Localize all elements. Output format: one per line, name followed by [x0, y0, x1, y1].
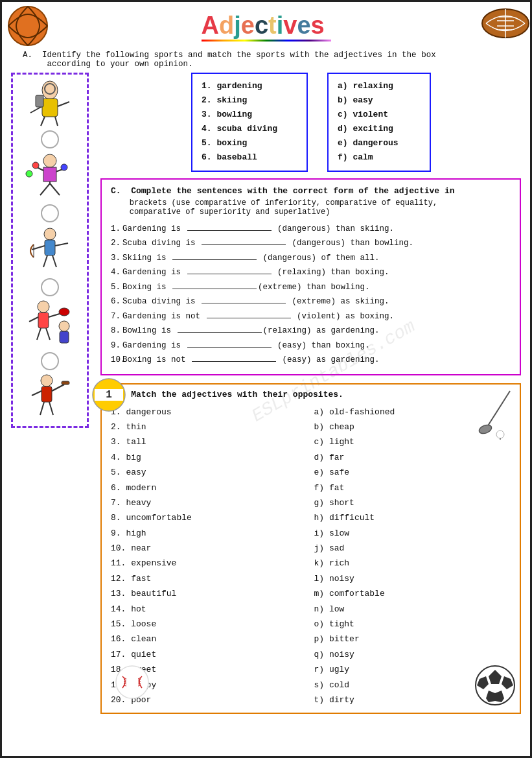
- sentence-7: Gardening is not (violent) as boxing.: [111, 309, 511, 324]
- sentence-4: Gardening is (relaxing) than boxing.: [111, 265, 511, 280]
- match-right-g: g) short: [314, 495, 511, 510]
- blank-4[interactable]: [187, 274, 272, 274]
- soccer-ball-icon: [474, 665, 516, 709]
- sport-figure-2: [17, 151, 82, 202]
- sport-item-1: 1. gardening: [202, 79, 297, 93]
- svg-text:1: 1: [106, 389, 112, 401]
- svg-point-41: [41, 375, 52, 386]
- sentence-3: Skiing is (dangerous) of them all.: [111, 251, 511, 266]
- match-left-15: 15. loose: [111, 617, 308, 632]
- svg-point-21: [32, 162, 39, 169]
- section-c-heading: C. Complete the sentences with the corre…: [111, 186, 511, 196]
- sentence-list: Gardening is (dangerous) than skiing. Sc…: [111, 222, 511, 368]
- svg-line-38: [46, 328, 50, 340]
- match-left-9: 9. high: [111, 526, 308, 541]
- svg-line-47: [49, 402, 53, 415]
- sport-item-3: 3. bowling: [202, 108, 297, 122]
- match-right-o: o) tight: [314, 617, 511, 632]
- sentence-2: Scuba diving is (dangerous) than bowling…: [111, 236, 511, 251]
- svg-rect-44: [62, 381, 69, 385]
- svg-line-51: [487, 391, 510, 427]
- title-row: Adjectives: [11, 8, 521, 47]
- match-left-6: 6. modern: [111, 480, 308, 495]
- match-left-14: 14. hot: [111, 602, 308, 617]
- blank-7[interactable]: [207, 318, 291, 318]
- match-left-3: 3. tall: [111, 434, 308, 449]
- match-left-4: 4. big: [111, 450, 308, 465]
- match-left-8: 8. uncomfortable: [111, 510, 308, 525]
- match-right-e: e) safe: [314, 465, 511, 480]
- svg-line-11: [41, 117, 45, 126]
- svg-point-32: [38, 301, 49, 313]
- sentence-9: Gardening is (easy) than boxing.: [111, 338, 511, 353]
- match-left-5: 5. easy: [111, 465, 308, 480]
- svg-point-23: [26, 171, 32, 177]
- adj-item-a: a) relaxing: [338, 79, 421, 93]
- svg-line-45: [32, 391, 41, 396]
- match-left-11: 11. expensive: [111, 556, 308, 571]
- svg-line-10: [58, 102, 69, 106]
- blank-1[interactable]: [187, 230, 272, 231]
- adj-item-d: d) exciting: [338, 122, 421, 136]
- section-match-box: 1 C. Mat: [100, 383, 521, 715]
- match-heading: C. Match the adjectives with their oppos…: [111, 390, 511, 399]
- svg-point-56: [116, 666, 148, 698]
- svg-point-53: [496, 431, 504, 438]
- circle-4: [41, 352, 59, 370]
- section-a-instruction: A. Identify the following sports and mat…: [11, 51, 521, 69]
- svg-line-46: [40, 402, 44, 415]
- section-a-label: A.: [23, 51, 32, 60]
- page: Adjectives A. Identify the following spo…: [2, 2, 530, 720]
- svg-rect-8: [42, 99, 58, 117]
- svg-line-19: [40, 184, 50, 195]
- blank-3[interactable]: [172, 259, 257, 260]
- circle-2: [41, 204, 59, 222]
- blank-6[interactable]: [202, 303, 286, 303]
- svg-point-25: [44, 228, 56, 240]
- sport-item-4: 4. scuba diving: [202, 122, 297, 136]
- svg-rect-24: [43, 167, 56, 182]
- sentence-8: Bowling is (relaxing) as gardening.: [111, 324, 511, 338]
- sentence-1: Gardening is (dangerous) than skiing.: [111, 222, 511, 237]
- match-left-12: 12. fast: [111, 571, 308, 586]
- main-content: 1. gardening 2. skiing 3. bowling 4. scu…: [100, 73, 521, 714]
- match-columns: 1. dangerous 2. thin 3. tall 4. big 5. e…: [111, 405, 511, 708]
- content-area: 1. gardening 2. skiing 3. bowling 4. scu…: [11, 73, 521, 714]
- match-right-f: f) fat: [314, 480, 511, 495]
- sentence-10: Boxing is not (easy) as gardening.: [111, 353, 511, 368]
- sport-figure-1: [17, 77, 82, 128]
- golf-club-icon: [478, 388, 516, 442]
- svg-rect-14: [36, 95, 43, 107]
- sport-figure-3: [17, 225, 82, 276]
- blank-10[interactable]: [192, 361, 276, 362]
- section-c-subheading: brackets (use comparative of inferiority…: [111, 198, 511, 217]
- sentence-6: Scuba diving is (extreme) as skiing.: [111, 294, 511, 309]
- match-left-7: 7. heavy: [111, 495, 308, 510]
- adj-item-e: e) dangerous: [338, 136, 421, 150]
- match-right-m: m) comfortable: [314, 586, 511, 601]
- match-left-1: 1. dangerous: [111, 405, 308, 420]
- svg-point-39: [59, 321, 69, 331]
- adjectives-boxes-row: 1. gardening 2. skiing 3. bowling 4. scu…: [191, 73, 521, 172]
- svg-line-12: [55, 117, 58, 126]
- match-left-2: 2. thin: [111, 420, 308, 434]
- match-right-column: a) old-fashioned b) cheap c) light d) fa…: [314, 405, 511, 708]
- match-right-q: q) noisy: [314, 647, 511, 662]
- svg-rect-42: [41, 386, 52, 402]
- blank-5[interactable]: [172, 289, 257, 289]
- match-right-l: l) noisy: [314, 571, 511, 586]
- match-left-17: 17. quiet: [111, 647, 308, 662]
- blank-2[interactable]: [202, 244, 286, 245]
- billiard-ball: 1: [92, 378, 126, 414]
- match-left-10: 10. near: [111, 541, 308, 556]
- adjectives-list-box: a) relaxing b) easy c) violent d) exciti…: [327, 73, 431, 172]
- baseball-icon: [115, 665, 150, 703]
- svg-line-43: [52, 385, 64, 391]
- blank-9[interactable]: [187, 347, 272, 348]
- blank-8[interactable]: [178, 332, 262, 333]
- match-right-p: p) bitter: [314, 632, 511, 646]
- svg-rect-40: [60, 331, 69, 343]
- adj-item-b: b) easy: [338, 93, 421, 108]
- svg-line-37: [37, 328, 41, 340]
- svg-line-20: [50, 184, 60, 195]
